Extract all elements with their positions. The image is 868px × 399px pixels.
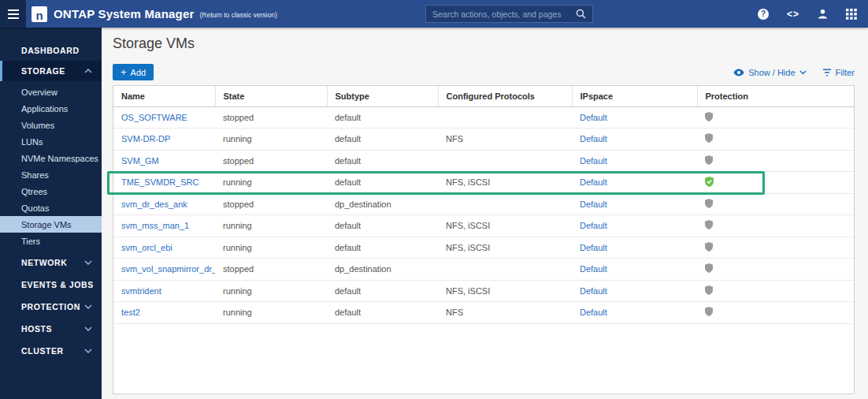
ipspace-link[interactable]: Default — [580, 177, 607, 187]
ipspace-link[interactable]: Default — [580, 134, 607, 144]
sidebar-item-qtrees[interactable]: Qtrees — [0, 183, 102, 200]
protection-shield-icon — [705, 307, 713, 316]
subtype-text: default — [335, 113, 361, 122]
sidebar-item-luns[interactable]: LUNs — [0, 133, 102, 150]
sidebar-section-network[interactable]: NETWORK — [0, 254, 102, 271]
protocols-text: NFS — [446, 308, 463, 317]
column-header-name[interactable]: Name — [113, 86, 215, 106]
show-hide-columns-button[interactable]: Show / Hide — [733, 68, 806, 77]
apps-grid-icon[interactable] — [846, 9, 857, 20]
sidebar-label: HOSTS — [21, 324, 52, 334]
state-text: running — [223, 177, 252, 187]
sidebar-section-hosts[interactable]: HOSTS — [0, 320, 102, 337]
show-hide-label: Show / Hide — [748, 68, 795, 77]
subtype-text: default — [335, 134, 361, 144]
add-button[interactable]: + Add — [113, 64, 154, 80]
sidebar-item-volumes[interactable]: Volumes — [0, 117, 102, 133]
ipspace-link[interactable]: Default — [580, 286, 607, 296]
svm-name-link[interactable]: svmtrident — [121, 286, 161, 296]
svm-name-link[interactable]: svm_orcl_ebi — [121, 243, 172, 252]
sidebar-section-dashboard[interactable]: DASHBOARD — [0, 40, 102, 61]
state-text: running — [223, 243, 252, 252]
sidebar-label: CLUSTER — [21, 346, 64, 356]
chevron-down-icon — [84, 304, 92, 309]
subtype-text: default — [335, 177, 361, 187]
ipspace-link[interactable]: Default — [580, 221, 607, 230]
svm-name-link[interactable]: svm_vol_snapmirror_dr_ank — [121, 264, 215, 274]
svm-name-link[interactable]: svm_dr_des_ank — [121, 200, 187, 209]
sidebar-label: Tiers — [21, 237, 40, 246]
sidebar-item-nvme-namespaces[interactable]: NVMe Namespaces — [0, 150, 102, 166]
sidebar-item-overview[interactable]: Overview — [0, 84, 102, 100]
table-row: SVM_GMstoppeddefaultDefault — [113, 150, 854, 172]
hamburger-icon — [8, 9, 19, 19]
help-icon[interactable]: ? — [758, 9, 769, 20]
table-row: svmtridentrunningdefaultNFS, iSCSIDefaul… — [113, 280, 854, 302]
storage-vms-table: NameStateSubtypeConfigured ProtocolsIPsp… — [113, 85, 855, 394]
protection-shield-icon — [705, 285, 713, 295]
svm-name-link[interactable]: TME_SVMDR_SRC — [121, 177, 198, 187]
protection-shield-icon — [705, 242, 713, 252]
user-icon[interactable] — [818, 9, 828, 19]
ipspace-link[interactable]: Default — [580, 308, 607, 317]
svm-name-link[interactable]: svm_mss_man_1 — [121, 221, 189, 230]
ipspace-link[interactable]: Default — [580, 156, 607, 166]
subtype-text: default — [335, 308, 361, 317]
state-text: running — [223, 134, 252, 144]
page-title: Storage VMs — [113, 35, 195, 52]
column-header-subtype[interactable]: Subtype — [327, 86, 438, 106]
column-header-ipspace[interactable]: IPspace — [572, 86, 697, 106]
subtype-text: default — [335, 156, 361, 166]
search-input[interactable] — [432, 9, 571, 19]
sidebar-section-storage[interactable]: STORAGE — [0, 61, 102, 81]
sidebar-label: Volumes — [21, 121, 54, 130]
filter-icon — [822, 69, 832, 76]
sidebar-label: Quotas — [21, 203, 49, 213]
sidebar-section-cluster[interactable]: CLUSTER — [0, 342, 102, 360]
view-controls: Show / Hide Filter — [733, 68, 855, 77]
hamburger-menu-button[interactable] — [0, 0, 26, 28]
filter-button[interactable]: Filter — [822, 68, 855, 77]
sidebar-item-storage-vms[interactable]: Storage VMs — [0, 216, 102, 233]
protocols-text: NFS, iSCSI — [446, 243, 490, 252]
search-icon[interactable] — [576, 9, 586, 19]
chevron-down-icon — [84, 349, 92, 353]
protocols-text: NFS, iSCSI — [446, 221, 490, 230]
sidebar-section-events-jobs[interactable]: EVENTS & JOBS — [0, 276, 102, 293]
protection-shield-icon — [705, 112, 713, 121]
state-text: stopped — [223, 113, 254, 122]
netapp-logo: n — [32, 6, 47, 22]
ipspace-link[interactable]: Default — [580, 113, 607, 122]
sidebar-label: Qtrees — [21, 187, 47, 196]
chevron-down-icon — [84, 326, 92, 331]
table-row: svm_dr_des_ankstoppeddp_destinationDefau… — [113, 193, 854, 215]
sidebar-label: Storage VMs — [21, 220, 72, 229]
sidebar-item-applications[interactable]: Applications — [0, 100, 102, 117]
svm-name-link[interactable]: OS_SOFTWARE — [121, 113, 187, 122]
ipspace-link[interactable]: Default — [580, 243, 607, 252]
column-header-state[interactable]: State — [215, 86, 327, 106]
sidebar-item-quotas[interactable]: Quotas — [0, 200, 102, 216]
sidebar-label: DASHBOARD — [21, 46, 80, 55]
product-title: ONTAP System Manager — [54, 7, 195, 21]
code-icon[interactable]: <> — [787, 9, 799, 20]
chevron-down-icon — [799, 70, 807, 75]
sidebar-item-shares[interactable]: Shares — [0, 166, 102, 183]
sidebar-item-tiers[interactable]: Tiers — [0, 233, 102, 249]
state-text: stopped — [223, 156, 254, 166]
svm-name-link[interactable]: test2 — [121, 308, 140, 317]
global-search[interactable] — [425, 5, 593, 23]
sidebar-label: NVMe Namespaces — [21, 154, 98, 163]
sidebar: DASHBOARDSTORAGE OverviewApplicationsVol… — [0, 28, 102, 399]
svm-name-link[interactable]: SVM-DR-DP — [121, 134, 170, 144]
ipspace-link[interactable]: Default — [580, 264, 607, 274]
sidebar-section-protection[interactable]: PROTECTION — [0, 298, 102, 315]
svm-name-link[interactable]: SVM_GM — [121, 156, 159, 166]
chevron-up-icon — [84, 69, 92, 73]
sidebar-label: Applications — [21, 104, 68, 114]
column-header-protection[interactable]: Protection — [697, 86, 854, 106]
return-to-classic-link[interactable]: (Return to classic version) — [200, 11, 277, 19]
subtype-text: default — [335, 286, 361, 296]
column-header-configured-protocols[interactable]: Configured Protocols — [438, 86, 572, 106]
ipspace-link[interactable]: Default — [580, 200, 607, 209]
